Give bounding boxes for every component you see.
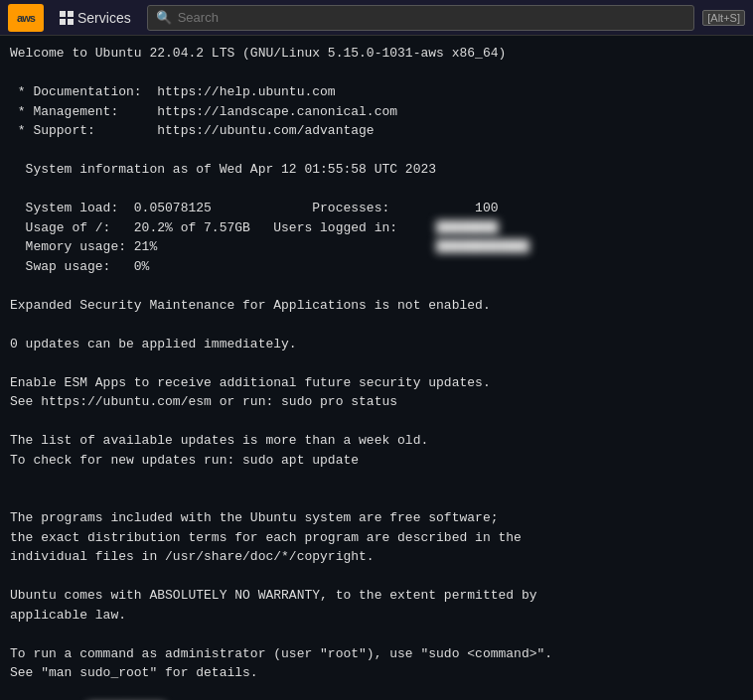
- terminal-line: See https://ubuntu.com/esm or run: sudo …: [10, 392, 743, 412]
- terminal-line: The list of available updates is more th…: [10, 431, 743, 451]
- terminal-line: Memory usage: 21% ████████████: [10, 237, 743, 257]
- terminal-line: * Documentation: https://help.ubuntu.com: [10, 82, 743, 102]
- aws-logo[interactable]: aws: [8, 4, 44, 32]
- terminal-line: 0 updates can be applied immediately.: [10, 335, 743, 354]
- terminal-line: [10, 315, 743, 335]
- terminal-line: * Management: https://landscape.canonica…: [10, 102, 743, 122]
- terminal-line: Usage of /: 20.2% of 7.57GB Users logged…: [10, 218, 743, 238]
- navbar: aws Services 🔍 [Alt+S]: [0, 0, 753, 36]
- terminal-line: * Support: https://ubuntu.com/advantage: [10, 121, 743, 141]
- terminal-line: [10, 276, 743, 296]
- alt-s-badge: [Alt+S]: [702, 10, 745, 26]
- terminal-line: System load: 0.05078125 Processes: 100: [10, 199, 743, 218]
- terminal-line: Welcome to Ubuntu 22.04.2 LTS (GNU/Linux…: [10, 44, 743, 64]
- search-input[interactable]: [178, 10, 686, 25]
- terminal-line: [10, 353, 743, 373]
- terminal-line: [10, 567, 743, 587]
- terminal-line: the exact distribution terms for each pr…: [10, 528, 743, 548]
- terminal-line: Enable ESM Apps to receive additional fu…: [10, 373, 743, 393]
- terminal: Welcome to Ubuntu 22.04.2 LTS (GNU/Linux…: [0, 36, 753, 700]
- grid-icon: [60, 11, 74, 25]
- terminal-line: [10, 412, 743, 432]
- blurred-mem: ████████████: [436, 237, 529, 257]
- terminal-line: [10, 64, 743, 83]
- terminal-line: [10, 141, 743, 161]
- services-label: Services: [77, 10, 131, 26]
- terminal-line: [10, 683, 743, 701]
- terminal-line: Ubuntu comes with ABSOLUTELY NO WARRANTY…: [10, 586, 743, 606]
- terminal-line: [10, 625, 743, 644]
- terminal-line: The programs included with the Ubuntu sy…: [10, 508, 743, 528]
- search-bar[interactable]: 🔍: [147, 5, 695, 31]
- terminal-line: To run a command as administrator (user …: [10, 644, 743, 664]
- services-button[interactable]: Services: [52, 6, 139, 30]
- terminal-line: individual files in /usr/share/doc/*/cop…: [10, 547, 743, 567]
- terminal-line: applicable law.: [10, 606, 743, 626]
- search-icon: 🔍: [156, 10, 172, 26]
- terminal-line: [10, 470, 743, 490]
- terminal-line: Expanded Security Maintenance for Applic…: [10, 296, 743, 316]
- terminal-line: System information as of Wed Apr 12 01:5…: [10, 160, 743, 180]
- terminal-line: [10, 490, 743, 509]
- blurred-users: ████████: [436, 218, 498, 238]
- terminal-line: To check for new updates run: sudo apt u…: [10, 451, 743, 471]
- terminal-line: [10, 180, 743, 200]
- terminal-line: Swap usage: 0%: [10, 257, 743, 277]
- terminal-line: See "man sudo_root" for details.: [10, 663, 743, 683]
